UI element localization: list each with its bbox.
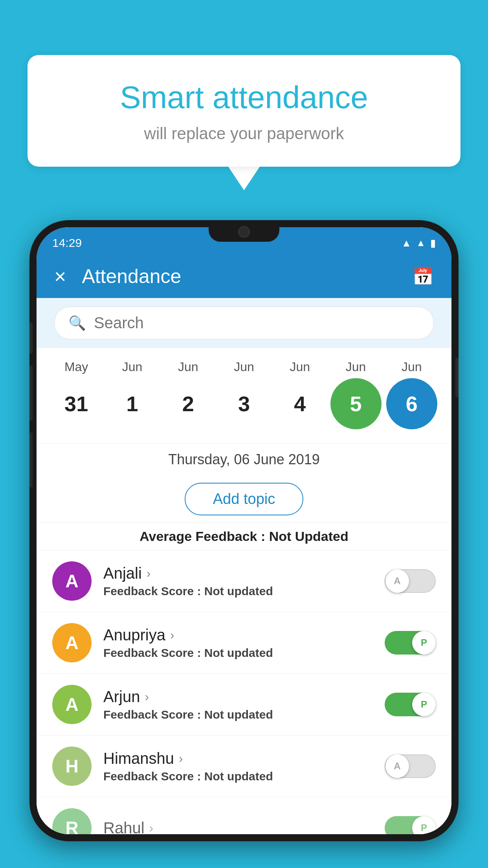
bubble-subtitle: will replace your paperwork <box>59 124 429 143</box>
student-feedback-arjun: Feedback Score : Not updated <box>103 708 385 721</box>
phone-notch <box>209 220 279 242</box>
toggle-knob-partial: P <box>412 816 436 834</box>
chevron-icon-anupriya: › <box>170 628 174 642</box>
header-title: Attendance <box>82 265 412 288</box>
day-1[interactable]: 1 <box>106 378 158 429</box>
student-info-arjun: Arjun › Feedback Score : Not updated <box>103 688 385 721</box>
day-5-today[interactable]: 5 <box>330 378 382 429</box>
status-icons: ▲ ▲ ▮ <box>402 237 436 249</box>
status-time: 14:29 <box>52 236 82 250</box>
wifi-icon: ▲ <box>402 237 412 249</box>
student-feedback-anupriya: Feedback Score : Not updated <box>103 646 385 660</box>
battery-icon: ▮ <box>430 237 436 249</box>
student-item-anjali: A Anjali › Feedback Score : Not updated … <box>37 550 451 612</box>
student-name-partial[interactable]: Rahul › <box>103 819 385 835</box>
speech-bubble-container: Smart attendance will replace your paper… <box>28 55 460 190</box>
month-4: Jun <box>274 360 325 374</box>
toggle-switch-himanshu[interactable]: A <box>385 754 436 778</box>
toggle-switch-anupriya[interactable]: P <box>385 631 436 655</box>
student-item-partial: R Rahul › P <box>37 797 451 834</box>
student-info-anjali: Anjali › Feedback Score : Not updated <box>103 565 385 598</box>
toggle-himanshu[interactable]: A <box>385 754 436 778</box>
search-icon: 🔍 <box>68 315 86 331</box>
avatar-anjali: A <box>52 561 92 601</box>
phone-frame: 14:29 ▲ ▲ ▮ × Attendance 📅 🔍 <box>29 220 459 841</box>
phone-container: 14:29 ▲ ▲ ▮ × Attendance 📅 🔍 <box>29 220 459 868</box>
toggle-knob-anjali: A <box>385 569 409 593</box>
day-31[interactable]: 31 <box>51 378 102 429</box>
calendar-days-row: 31 1 2 3 4 5 6 <box>44 376 444 431</box>
month-5: Jun <box>330 360 382 374</box>
avatar-partial: R <box>52 808 92 834</box>
student-info-partial: Rahul › <box>103 819 385 835</box>
student-name-arjun[interactable]: Arjun › <box>103 688 385 706</box>
chevron-icon-partial: › <box>149 821 154 835</box>
day-4[interactable]: 4 <box>274 378 325 429</box>
month-1: Jun <box>106 360 158 374</box>
student-info-himanshu: Himanshu › Feedback Score : Not updated <box>103 750 385 783</box>
student-item-arjun: A Arjun › Feedback Score : Not updated P <box>37 673 451 735</box>
app-header: × Attendance 📅 <box>37 255 451 298</box>
speech-bubble: Smart attendance will replace your paper… <box>28 55 460 167</box>
student-info-anupriya: Anupriya › Feedback Score : Not updated <box>103 626 385 660</box>
calendar-strip: May Jun Jun Jun Jun Jun Jun 31 1 2 3 4 5… <box>37 348 451 443</box>
chevron-icon-himanshu: › <box>179 751 183 766</box>
toggle-knob-arjun: P <box>412 693 436 716</box>
avg-feedback-value: Not Updated <box>269 529 349 544</box>
month-0: May <box>51 360 102 374</box>
toggle-switch-partial[interactable]: P <box>385 816 436 834</box>
student-name-anupriya[interactable]: Anupriya › <box>103 626 385 644</box>
close-button[interactable]: × <box>54 266 66 287</box>
date-display: Thursday, 06 June 2019 <box>37 443 451 476</box>
phone-screen: 14:29 ▲ ▲ ▮ × Attendance 📅 🔍 <box>37 227 451 834</box>
toggle-switch-anjali[interactable]: A <box>385 569 436 593</box>
student-list: A Anjali › Feedback Score : Not updated … <box>37 550 451 834</box>
toggle-arjun[interactable]: P <box>385 693 436 716</box>
chevron-icon-arjun: › <box>145 690 149 704</box>
volume-down-button <box>29 432 33 487</box>
student-feedback-himanshu: Feedback Score : Not updated <box>103 770 385 783</box>
student-item-himanshu: H Himanshu › Feedback Score : Not update… <box>37 735 451 797</box>
day-6-selected[interactable]: 6 <box>386 378 437 429</box>
toggle-anupriya[interactable]: P <box>385 631 436 655</box>
month-6: Jun <box>386 360 437 374</box>
toggle-switch-arjun[interactable]: P <box>385 693 436 716</box>
month-2: Jun <box>163 360 214 374</box>
avatar-arjun: A <box>52 685 92 724</box>
volume-up-button <box>29 366 33 421</box>
student-name-anjali[interactable]: Anjali › <box>103 565 385 582</box>
average-feedback: Average Feedback : Not Updated <box>37 522 451 550</box>
avatar-himanshu: H <box>52 747 92 786</box>
day-3[interactable]: 3 <box>218 378 270 429</box>
avg-feedback-label: Average Feedback : <box>139 529 269 544</box>
toggle-anjali[interactable]: A <box>385 569 436 593</box>
student-name-himanshu[interactable]: Himanshu › <box>103 750 385 767</box>
front-camera <box>238 226 250 238</box>
power-button <box>455 358 459 397</box>
toggle-knob-anupriya: P <box>412 631 436 655</box>
toggle-knob-himanshu: A <box>385 754 409 778</box>
signal-icon: ▲ <box>416 237 426 248</box>
add-topic-button[interactable]: Add topic <box>185 483 303 515</box>
search-input[interactable] <box>94 314 420 332</box>
volume-silent-button <box>29 322 33 354</box>
student-feedback-anjali: Feedback Score : Not updated <box>103 585 385 598</box>
calendar-icon[interactable]: 📅 <box>412 266 434 287</box>
chevron-icon-anjali: › <box>147 566 151 581</box>
bubble-arrow <box>228 167 260 190</box>
day-2[interactable]: 2 <box>163 378 214 429</box>
search-input-wrapper[interactable]: 🔍 <box>54 307 434 339</box>
toggle-partial[interactable]: P <box>385 816 436 834</box>
bubble-title: Smart attendance <box>59 79 429 116</box>
student-item-anupriya: A Anupriya › Feedback Score : Not update… <box>37 612 451 673</box>
month-3: Jun <box>218 360 270 374</box>
calendar-months-row: May Jun Jun Jun Jun Jun Jun <box>44 356 444 376</box>
avatar-anupriya: A <box>52 623 92 662</box>
search-container: 🔍 <box>37 298 451 348</box>
add-topic-container: Add topic <box>37 476 451 522</box>
